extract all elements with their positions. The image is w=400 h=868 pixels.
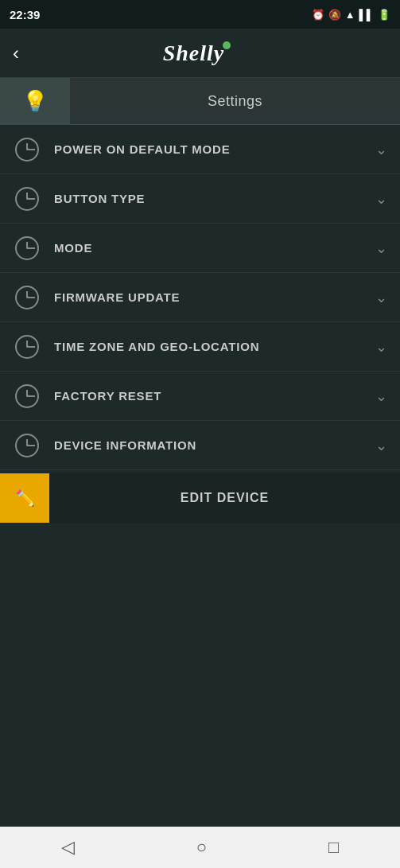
menu-item-label-button-type: BUTTON TYPE	[54, 192, 375, 205]
status-bar: 22:39 ⏰ 🔕 ▲ ▌▌ 🔋	[0, 0, 400, 29]
menu-item-device-information[interactable]: DEVICE INFORMATION ⌄	[0, 421, 400, 470]
clock-icon-5	[15, 335, 39, 359]
settings-tab[interactable]: 💡 Settings	[0, 78, 400, 125]
settings-icon-box: 💡	[0, 78, 70, 124]
pencil-icon: ✏️	[15, 488, 35, 508]
clock-icon-wrapper-4	[13, 283, 41, 312]
clock-center-dot	[26, 148, 29, 150]
clock-icon	[15, 138, 39, 162]
clock-center-dot-7	[26, 444, 29, 446]
menu-item-label-power-on-default-mode: POWER ON DEFAULT MODE	[54, 142, 375, 156]
clock-center-dot-6	[26, 395, 29, 397]
menu-item-factory-reset[interactable]: FACTORY RESET ⌄	[0, 372, 400, 421]
logo-text: Shelly	[163, 41, 225, 66]
logo-dot-icon	[223, 41, 231, 49]
clock-hand-minute-6	[27, 395, 35, 397]
back-button[interactable]: ‹	[13, 42, 19, 64]
menu-item-label-time-zone: TIME ZONE AND GEO-LOCATION	[54, 340, 375, 353]
clock-icon-wrapper-3	[13, 234, 41, 263]
edit-icon-box[interactable]: ✏️	[0, 473, 49, 523]
menu-item-button-type[interactable]: BUTTON TYPE ⌄	[0, 174, 400, 224]
clock-hand-minute-7	[27, 445, 35, 446]
chevron-down-icon-3: ⌄	[375, 239, 387, 257]
menu-item-time-zone[interactable]: TIME ZONE AND GEO-LOCATION ⌄	[0, 322, 400, 372]
header: ‹ Shelly	[0, 29, 400, 78]
logo: Shelly	[163, 41, 238, 66]
bulb-icon: 💡	[22, 89, 48, 114]
clock-icon-wrapper-2	[13, 185, 41, 213]
edit-device-bar[interactable]: ✏️ EDIT DEVICE	[0, 473, 400, 523]
chevron-down-icon-2: ⌄	[375, 190, 387, 208]
notification-icon: 🔕	[328, 9, 341, 21]
chevron-down-icon-4: ⌄	[375, 289, 387, 306]
clock-icon-6	[15, 384, 39, 408]
menu-item-label-mode: MODE	[54, 241, 375, 255]
clock-icon-3	[15, 236, 39, 260]
chevron-down-icon-5: ⌄	[375, 338, 387, 356]
clock-center-dot-4	[26, 296, 29, 298]
status-time: 22:39	[10, 8, 40, 21]
clock-icon-7	[15, 434, 39, 457]
clock-center-dot-5	[26, 345, 29, 348]
clock-icon-4	[15, 286, 39, 309]
clock-hand-minute-2	[27, 198, 35, 200]
clock-icon-wrapper-7	[13, 431, 41, 460]
clock-icon-wrapper-5	[13, 333, 41, 361]
nav-home-icon[interactable]: ○	[196, 837, 207, 858]
clock-icon-wrapper-6	[13, 382, 41, 411]
clock-hand-minute	[27, 149, 35, 150]
clock-center-dot-2	[26, 197, 29, 200]
clock-icon-2	[15, 187, 39, 211]
clock-hand-minute-3	[27, 247, 35, 249]
nav-back-icon[interactable]: ◁	[61, 837, 75, 858]
menu-item-label-device-information: DEVICE INFORMATION	[54, 438, 375, 452]
clock-center-dot-3	[26, 247, 29, 249]
menu-item-firmware-update[interactable]: FIRMWARE UPDATE ⌄	[0, 273, 400, 322]
back-icon: ‹	[13, 42, 19, 64]
menu-item-label-firmware-update: FIRMWARE UPDATE	[54, 290, 375, 304]
menu-item-power-on-default-mode[interactable]: POWER ON DEFAULT MODE ⌄	[0, 125, 400, 174]
clock-hand-minute-5	[27, 346, 35, 348]
battery-icon: 🔋	[378, 9, 390, 21]
settings-label: Settings	[70, 93, 400, 110]
wifi-icon: ▲	[345, 9, 355, 21]
nav-recents-icon[interactable]: □	[328, 837, 339, 858]
chevron-down-icon: ⌄	[375, 141, 387, 158]
signal-icon: ▌▌	[359, 9, 374, 21]
menu-list: POWER ON DEFAULT MODE ⌄ BUTTON TYPE ⌄ MO…	[0, 125, 400, 470]
clock-icon-wrapper	[13, 135, 41, 164]
chevron-down-icon-6: ⌄	[375, 387, 387, 405]
alarm-icon: ⏰	[312, 9, 324, 21]
menu-item-label-factory-reset: FACTORY RESET	[54, 389, 375, 403]
status-icons: ⏰ 🔕 ▲ ▌▌ 🔋	[312, 9, 390, 21]
menu-item-mode[interactable]: MODE ⌄	[0, 224, 400, 273]
clock-hand-minute-4	[27, 297, 35, 298]
edit-device-label: EDIT DEVICE	[49, 491, 400, 505]
bottom-nav: ◁ ○ □	[0, 827, 400, 868]
chevron-down-icon-7: ⌄	[375, 437, 387, 454]
